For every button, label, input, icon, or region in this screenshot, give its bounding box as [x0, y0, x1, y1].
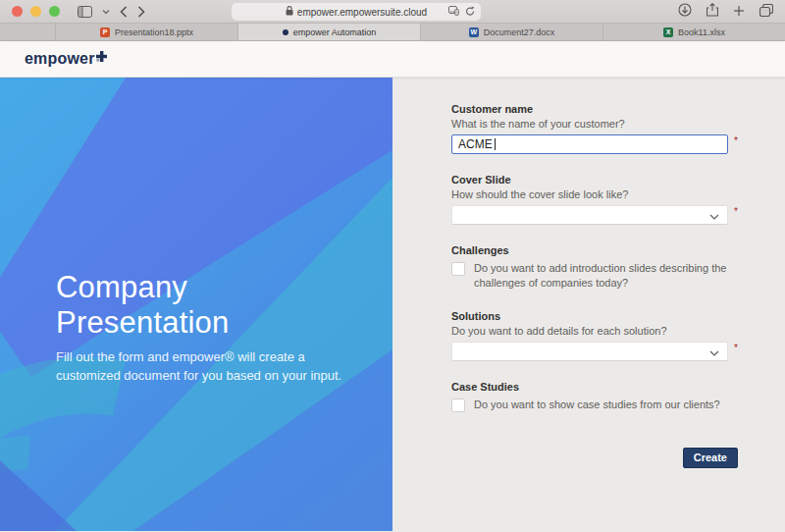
window-controls: [12, 6, 60, 17]
tab-document27[interactable]: W Document27.docx: [421, 24, 603, 40]
zoom-window-button[interactable]: [49, 6, 60, 17]
hero-panel: Company Presentation Fill out the form a…: [0, 78, 392, 531]
forward-button[interactable]: [137, 6, 145, 18]
cover-slide-help: How should the cover slide look like?: [451, 188, 728, 200]
address-bar[interactable]: empower.empowersuite.cloud: [232, 3, 481, 21]
customer-name-field: Customer name What is the name of your c…: [451, 103, 728, 154]
customer-name-input[interactable]: ACME: [451, 134, 728, 154]
challenges-field: Challenges Do you want to add introducti…: [451, 244, 728, 291]
customer-name-value: ACME: [458, 137, 493, 151]
app-header: empower: [0, 41, 785, 78]
tab-overview-icon[interactable]: [759, 3, 773, 21]
cover-slide-field: Cover Slide How should the cover slide l…: [451, 174, 728, 225]
page-settings-icon[interactable]: [448, 6, 459, 18]
required-marker: *: [734, 206, 738, 217]
solutions-field: Solutions Do you want to add details for…: [451, 310, 728, 361]
tab-spacer: [0, 24, 56, 40]
empower-icon: [283, 29, 288, 35]
browser-toolbar: empower.empowersuite.cloud: [0, 0, 785, 24]
cover-slide-label: Cover Slide: [451, 174, 728, 186]
case-studies-checkbox-text: Do you want to show case studies from ou…: [474, 398, 720, 412]
hero-subtitle: Fill out the form and empower® will crea…: [56, 348, 360, 386]
form-panel: Customer name What is the name of your c…: [392, 78, 785, 531]
empower-logo-text: empower: [25, 50, 95, 68]
challenges-label: Challenges: [451, 244, 728, 256]
solutions-label: Solutions: [451, 310, 728, 322]
tab-label: Book11.xlsx: [678, 27, 725, 37]
chevron-down-icon: [709, 206, 719, 224]
sidebar-icon[interactable]: [78, 6, 92, 18]
tab-presentation18[interactable]: P Presentation18.pptx: [56, 24, 238, 40]
tab-label: Document27.docx: [484, 27, 555, 37]
tab-book11[interactable]: X Book11.xlsx: [603, 24, 785, 40]
word-icon: W: [469, 27, 479, 37]
address-text: empower.empowersuite.cloud: [297, 7, 427, 18]
reload-icon[interactable]: [465, 6, 475, 19]
tab-label: empower Automation: [293, 27, 377, 37]
chevron-down-icon: [709, 343, 719, 360]
cover-slide-dropdown[interactable]: [451, 205, 728, 225]
solutions-dropdown[interactable]: [451, 342, 728, 361]
hero-title: Company Presentation: [56, 270, 360, 341]
required-marker: *: [734, 135, 738, 146]
text-cursor: [495, 138, 496, 150]
empower-logo: empower: [25, 50, 107, 68]
challenges-checkbox[interactable]: [451, 262, 465, 276]
empower-plus-icon: [96, 48, 107, 66]
lock-icon: [286, 6, 293, 18]
case-studies-label: Case Studies: [451, 381, 728, 393]
case-studies-field: Case Studies Do you want to show case st…: [451, 381, 728, 412]
tab-empower-automation[interactable]: empower Automation: [238, 24, 421, 40]
case-studies-checkbox[interactable]: [451, 399, 465, 412]
excel-icon: X: [663, 27, 673, 37]
minimize-window-button[interactable]: [30, 6, 41, 17]
required-marker: *: [734, 343, 738, 353]
new-tab-icon[interactable]: [733, 3, 745, 21]
challenges-checkbox-text: Do you want to add introduction slides d…: [474, 261, 728, 291]
browser-window: empower.empowersuite.cloud: [0, 0, 785, 532]
solutions-help: Do you want to add details for each solu…: [451, 325, 728, 337]
tab-bar: P Presentation18.pptx empower Automation…: [0, 24, 785, 41]
customer-name-help: What is the name of your customer?: [451, 118, 728, 130]
powerpoint-icon: P: [100, 27, 110, 37]
back-button[interactable]: [120, 6, 128, 18]
close-window-button[interactable]: [12, 6, 23, 17]
customer-name-label: Customer name: [451, 103, 728, 115]
downloads-icon[interactable]: [678, 3, 692, 21]
tab-label: Presentation18.pptx: [115, 27, 193, 37]
chevron-down-icon[interactable]: [102, 9, 110, 15]
share-icon[interactable]: [706, 3, 718, 21]
create-button[interactable]: Create: [683, 448, 738, 468]
